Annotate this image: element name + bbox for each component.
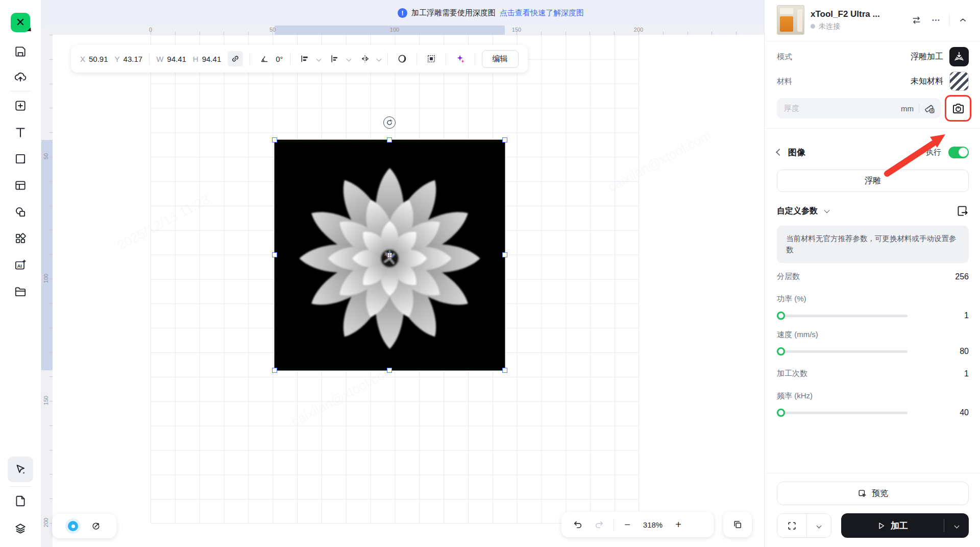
execute-toggle[interactable] [948, 147, 969, 158]
resize-handle-bottom-left[interactable] [272, 368, 277, 373]
custom-params-chevron-icon[interactable] [824, 207, 829, 213]
ruler-label: 150 [509, 27, 524, 33]
power-slider[interactable] [777, 312, 908, 320]
vector-copy-icon[interactable] [9, 202, 32, 222]
resize-handle-mid-right[interactable] [502, 252, 507, 257]
connection-status: 未连接 [819, 22, 840, 31]
power-value[interactable]: 1 [964, 311, 969, 320]
w-value-input[interactable]: 94.41 [167, 55, 186, 63]
thickness-placeholder: 厚度 [784, 104, 896, 113]
frequency-value[interactable]: 40 [960, 408, 969, 417]
more-options-icon[interactable] [929, 14, 942, 26]
save-icon[interactable] [9, 41, 32, 62]
ruler-label: 0 [143, 27, 158, 33]
h-value-input[interactable]: 94.41 [202, 55, 222, 63]
left-toolbar: ✕ AI [0, 0, 41, 547]
undo-icon[interactable] [571, 517, 585, 532]
apps-grid-icon[interactable] [9, 228, 32, 249]
start-dropdown-chevron-icon[interactable] [944, 524, 969, 528]
history-zoom-pill: − 318% + [561, 512, 714, 537]
switch-device-icon[interactable] [910, 14, 922, 26]
thickness-input[interactable]: 厚度 mm A [777, 98, 941, 118]
resize-handle-mid-left[interactable] [272, 252, 277, 257]
ruler-label: 200 [631, 27, 646, 33]
camera-position-icon[interactable] [65, 518, 81, 534]
new-canvas-icon[interactable] [9, 96, 32, 116]
resize-handle-bottom-right[interactable] [502, 368, 507, 373]
document-icon[interactable] [9, 491, 32, 511]
anchor-center-handle[interactable] [387, 253, 392, 257]
emboss-mode-icon[interactable] [949, 47, 969, 66]
device-thumbnail[interactable] [777, 5, 804, 35]
resize-handle-top-right[interactable] [502, 137, 507, 142]
layers-icon[interactable] [9, 518, 32, 539]
preview-button[interactable]: 预览 [777, 482, 969, 505]
text-tool-icon[interactable] [9, 122, 32, 142]
edit-button[interactable]: 编辑 [482, 50, 519, 68]
camera-measure-button[interactable] [947, 98, 969, 119]
flip-icon[interactable] [357, 51, 373, 66]
ruler-label: 150 [43, 393, 49, 408]
y-label: Y [115, 55, 120, 63]
ruler-label: 50 [265, 27, 280, 33]
svg-text:A: A [931, 109, 934, 112]
angle-value[interactable]: 0° [276, 55, 283, 63]
framing-icon[interactable] [777, 514, 806, 537]
arrange-order-icon[interactable] [297, 51, 312, 66]
resize-handle-bottom-center[interactable] [387, 368, 392, 373]
frequency-label: 频率 (kHz) [777, 391, 813, 401]
canvas-area[interactable] [41, 0, 764, 547]
zoom-out-icon[interactable]: − [621, 519, 633, 531]
shape-tool-icon[interactable] [9, 149, 32, 169]
zoom-level[interactable]: 318% [641, 520, 665, 529]
ruler-label: 100 [43, 271, 49, 286]
select-tool-icon[interactable] [8, 457, 33, 482]
layers-count-value[interactable]: 256 [955, 272, 969, 281]
speed-value[interactable]: 80 [960, 347, 969, 356]
material-selector[interactable]: 未知材料 [911, 72, 969, 91]
x-value-input[interactable]: 50.91 [89, 55, 108, 63]
mode-selector[interactable]: 浮雕加工 [911, 47, 969, 66]
zoom-in-icon[interactable]: + [672, 519, 684, 531]
selected-image[interactable] [275, 140, 505, 370]
camera-icon [951, 102, 965, 115]
resize-handle-top-left[interactable] [272, 137, 277, 142]
invert-contrast-icon[interactable] [395, 51, 410, 66]
back-chevron-icon[interactable] [776, 149, 783, 156]
y-value-input[interactable]: 43.17 [124, 55, 143, 63]
framing-dropdown-chevron-icon[interactable] [806, 514, 831, 537]
align-icon[interactable] [327, 51, 342, 66]
align-dropdown-chevron-icon[interactable] [346, 56, 351, 61]
rotate-angle-icon[interactable] [257, 51, 272, 66]
info-icon: ! [398, 8, 407, 18]
lock-ratio-icon[interactable] [228, 51, 243, 66]
resize-handle-top-center[interactable] [387, 137, 392, 142]
flip-dropdown-chevron-icon[interactable] [376, 56, 381, 61]
rotate-handle-icon[interactable] [383, 116, 396, 129]
ai-enhance-sparkle-icon[interactable] [453, 51, 468, 66]
template-icon[interactable] [9, 175, 32, 196]
pass-count-value[interactable]: 1 [964, 369, 969, 378]
collapse-panel-icon[interactable] [957, 14, 969, 26]
process-type-button[interactable]: 浮雕 [777, 170, 969, 192]
h-label: H [193, 55, 199, 63]
export-params-icon[interactable] [955, 204, 969, 218]
duplicate-button[interactable] [723, 512, 752, 537]
auto-measure-icon[interactable]: A [924, 103, 935, 114]
camera-position-pill [52, 514, 116, 538]
device-name[interactable]: xTool_F2 Ultra ... [811, 9, 904, 19]
start-process-button[interactable]: 加工 [841, 513, 969, 538]
ai-image-icon[interactable]: AI [9, 255, 32, 275]
unknown-material-icon[interactable] [949, 72, 969, 91]
banner-link[interactable]: 点击查看快速了解深度图 [500, 8, 584, 18]
files-folder-icon[interactable] [9, 281, 32, 302]
jump-to-origin-icon[interactable] [89, 519, 103, 533]
speed-slider[interactable] [777, 347, 908, 355]
dithering-icon[interactable] [424, 51, 439, 66]
frequency-slider[interactable] [777, 409, 908, 417]
sidebar-divider [10, 91, 31, 91]
xtool-logo[interactable]: ✕ [11, 13, 30, 32]
power-label: 功率 (%) [777, 294, 806, 304]
cloud-upload-icon[interactable] [9, 66, 32, 87]
arrange-dropdown-chevron-icon[interactable] [316, 56, 321, 61]
